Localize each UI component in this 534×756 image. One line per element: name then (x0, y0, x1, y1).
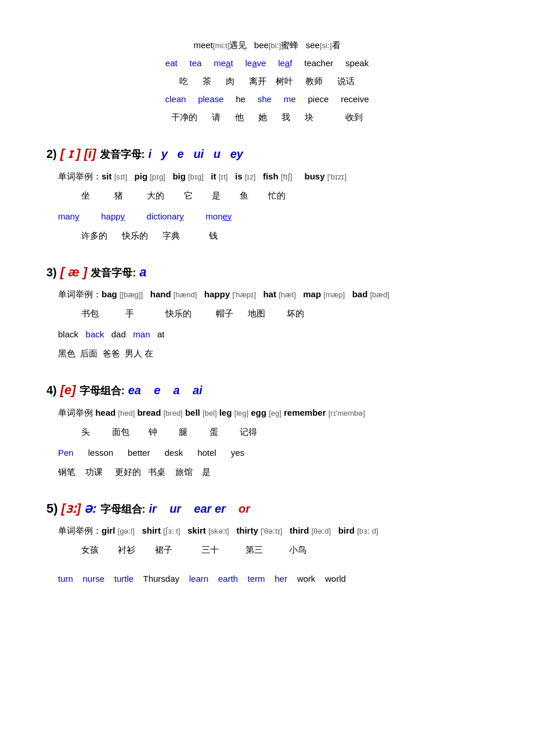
word-turtle: turtle (114, 574, 134, 584)
section-3-examples: 单词举例：bag [[bæg]] hand [hænd] happy ['hæp… (58, 286, 488, 303)
word-desk: desk (164, 448, 183, 458)
top-row-3-chinese: 干净的 请 他 她 我 块 收到 (46, 109, 488, 125)
section-3-chinese2: 黑色 后面 爸爸 男人 在 (58, 345, 488, 362)
word-hotel: hotel (197, 448, 217, 458)
section-2-letters: i y e ui u ey (149, 143, 243, 164)
section-5-header: 5) [ɜː] ə: 字母组合: ir ur ear er or (46, 497, 488, 520)
section-5-number: 5) (46, 497, 58, 520)
section-4-examples: 单词举例 head [hed] bread [bred] bell [bel] … (58, 404, 488, 422)
top-section: meet[miːt]遇见 bee[biː]蜜蜂 see[siː]看 eat te… (46, 37, 488, 125)
section-5-letters: ir ur ear er or (149, 498, 251, 519)
word-her: her (275, 574, 287, 584)
section-4-chinese1: 头 面包 钟 腿 蛋 记得 (81, 423, 488, 441)
section-4-chinese2: 钢笔 功课 更好的 书桌 旅馆 是 (58, 463, 488, 481)
section-2-number: 2) (46, 143, 57, 164)
section-2-phoneme: [ ɪ ] [i] (60, 142, 96, 165)
word-she: she (258, 94, 272, 104)
section-5-examples: 单词举例：girl [gəːl] shirt [ʃɜː t] skirt [sk… (58, 522, 488, 539)
section-4-label: 字母组合: (80, 381, 125, 400)
word-leaf: leaf (278, 58, 292, 68)
word-leave: leave (245, 58, 266, 68)
section-3-chinese1: 书包 手 快乐的 帽子 地图 坏的 (81, 305, 488, 322)
word-many: many (58, 211, 80, 221)
section-2-examples: 单词举例：sit [sɪt] pig [pɪg] big [bɪg] it [ɪ… (58, 168, 488, 185)
top-row-3: clean please he she me piece receive (46, 91, 488, 107)
word-piece: piece (308, 94, 329, 104)
word-clean: clean (165, 94, 186, 104)
section-4: 4) [e] 字母组合: ea e a ai 单词举例 head [hed] b… (46, 379, 488, 481)
word-meat: meat (214, 58, 233, 68)
word-term: term (248, 574, 265, 584)
word-me: me (284, 94, 296, 104)
word-teacher: teacher (304, 58, 333, 68)
word-he: he (236, 94, 246, 104)
word-dad: dad (111, 329, 126, 339)
section-2-chinese1: 坐 猪 大的 它 是 鱼 忙的 (81, 187, 488, 204)
top-row-2-chinese: 吃 茶 肉 离开 树叶 教师 说话 (46, 73, 488, 89)
word-eat: eat (165, 58, 178, 68)
word-back: back (86, 329, 104, 339)
word-at: at (157, 329, 165, 339)
section-3: 3) [ æ ] 发音字母: a 单词举例：bag [[bæg]] hand [… (46, 261, 488, 363)
section-5-phoneme2: ə: (84, 497, 96, 520)
word-better: better (128, 448, 150, 458)
word-receive: receive (341, 94, 369, 104)
top-word-meet: meet (193, 40, 212, 50)
top-word-bee: bee (254, 40, 269, 50)
section-5-label: 字母组合: (100, 500, 146, 519)
section-2-header: 2) [ ɪ ] [i] 发音字母: i y e ui u ey (46, 142, 488, 165)
word-speak: speak (345, 58, 369, 68)
word-work: work (297, 574, 316, 584)
section-5-phoneme1: [ɜː] (62, 497, 81, 520)
word-money: money (205, 211, 232, 221)
word-please: please (198, 94, 223, 104)
top-row-2: eat tea meat leave leaf teacher speak (46, 55, 488, 71)
top-word-see: see (306, 40, 320, 50)
section-2-words2: many happy dictionary money (58, 208, 488, 225)
word-dictionary: dictionary (147, 211, 184, 221)
top-row-1: meet[miːt]遇见 bee[biː]蜜蜂 see[siː]看 (46, 37, 488, 53)
word-lesson: lesson (88, 448, 113, 458)
word-black: black (58, 329, 78, 339)
word-learn: learn (189, 574, 208, 584)
section-5-words2: turn nurse turtle Thursday learn earth t… (58, 570, 488, 588)
word-tea: tea (190, 58, 202, 68)
section-4-number: 4) (46, 380, 57, 401)
word-yes: yes (231, 448, 244, 458)
section-4-header: 4) [e] 字母组合: ea e a ai (46, 379, 488, 402)
section-4-letters: ea e a ai (128, 380, 203, 401)
section-2: 2) [ ɪ ] [i] 发音字母: i y e ui u ey 单词举例：si… (46, 142, 488, 244)
word-pen: Pen (58, 448, 74, 458)
section-3-number: 3) (46, 262, 57, 283)
section-5: 5) [ɜː] ə: 字母组合: ir ur ear er or 单词举例：gi… (46, 497, 488, 588)
word-happy: happy (101, 211, 125, 221)
section-3-label: 发音字母: (91, 264, 136, 282)
section-3-header: 3) [ æ ] 发音字母: a (46, 261, 488, 284)
word-turn: turn (58, 574, 73, 584)
section-2-chinese2: 许多的 快乐的 字典 钱 (81, 227, 488, 244)
section-3-phoneme: [ æ ] (60, 261, 87, 284)
section-3-letters: a (139, 261, 146, 284)
section-5-chinese1: 女孩 衬衫 裙子 三十 第三 小鸟 (81, 541, 488, 559)
word-man: man (133, 329, 150, 339)
section-4-words2: Pen lesson better desk hotel yes (58, 444, 488, 462)
word-thursday: Thursday (143, 574, 180, 584)
word-world: world (325, 574, 346, 584)
section-4-phoneme: [e] (60, 379, 76, 402)
word-nurse: nurse (83, 574, 105, 584)
section-2-label: 发音字母: (100, 145, 145, 164)
section-3-words2: black back dad man at (58, 326, 488, 343)
word-earth: earth (218, 574, 238, 584)
